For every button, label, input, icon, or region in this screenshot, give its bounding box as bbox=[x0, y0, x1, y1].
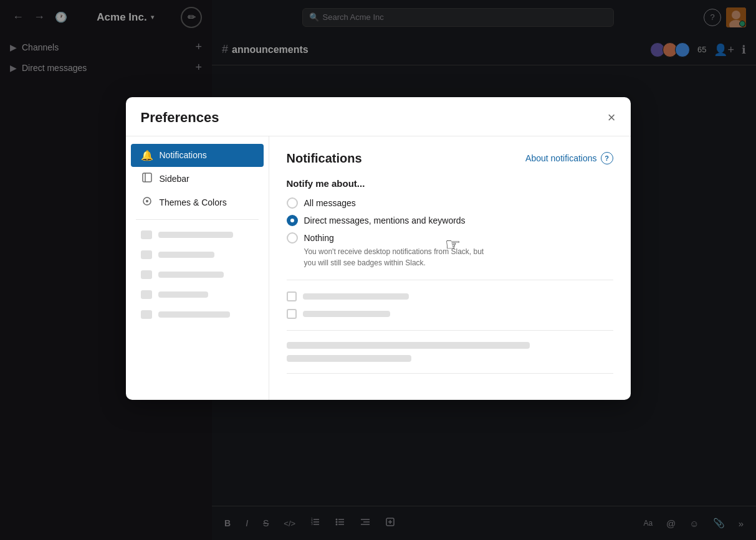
radio-dm-mentions[interactable]: Direct messages, mentions and keywords bbox=[287, 215, 613, 226]
modal-close-button[interactable]: × bbox=[608, 111, 616, 125]
pref-placeholder-1 bbox=[131, 225, 264, 245]
pref-item-themes[interactable]: Themes & Colors bbox=[131, 191, 264, 214]
radio-nothing-btn[interactable] bbox=[287, 232, 298, 244]
checkbox-label-placeholder-1 bbox=[303, 293, 409, 300]
bell-icon: 🔔 bbox=[141, 149, 153, 161]
pref-placeholder-4 bbox=[131, 285, 264, 305]
sidebar-icon bbox=[141, 173, 153, 185]
divider-1 bbox=[287, 280, 613, 280]
about-notifications-link[interactable]: About notifications ? bbox=[525, 152, 613, 164]
modal-title: Preferences bbox=[141, 110, 219, 126]
radio-all-messages[interactable]: All messages bbox=[287, 197, 613, 209]
pref-divider-1 bbox=[136, 219, 259, 220]
radio-all-btn[interactable] bbox=[287, 197, 298, 209]
checkbox-1[interactable] bbox=[287, 291, 297, 301]
pref-placeholder-2 bbox=[131, 245, 264, 265]
radio-nothing[interactable]: Nothing bbox=[287, 232, 613, 244]
preferences-sidebar: 🔔 Notifications Sidebar bbox=[126, 136, 269, 400]
preferences-content: Notifications About notifications ? Noti… bbox=[269, 136, 631, 400]
modal-header: Preferences × bbox=[126, 97, 631, 136]
nothing-description: You won't receive desktop notifications … bbox=[304, 246, 613, 268]
radio-dm-label: Direct messages, mentions and keywords bbox=[304, 216, 466, 225]
pref-themes-label: Themes & Colors bbox=[160, 197, 227, 207]
pref-placeholder-5 bbox=[131, 305, 264, 324]
content-placeholder-2 bbox=[287, 355, 411, 362]
content-header: Notifications About notifications ? bbox=[287, 151, 613, 166]
svg-rect-3 bbox=[143, 173, 151, 182]
pref-notifications-label: Notifications bbox=[160, 150, 207, 160]
pref-placeholder-3 bbox=[131, 265, 264, 285]
help-circle-icon: ? bbox=[601, 152, 613, 164]
radio-dm-btn[interactable] bbox=[287, 215, 298, 226]
notify-label: Notify me about... bbox=[287, 178, 613, 189]
checkbox-option-2[interactable] bbox=[287, 309, 613, 319]
divider-3 bbox=[287, 373, 613, 374]
checkbox-option-1[interactable] bbox=[287, 291, 613, 301]
pref-sidebar-label: Sidebar bbox=[160, 174, 189, 184]
radio-group-notify: All messages Direct messages, mentions a… bbox=[287, 197, 613, 244]
themes-icon bbox=[141, 196, 153, 209]
content-placeholder-1 bbox=[287, 342, 530, 349]
content-title: Notifications bbox=[287, 151, 362, 166]
pref-item-notifications[interactable]: 🔔 Notifications bbox=[131, 144, 264, 167]
checkbox-label-placeholder-2 bbox=[303, 311, 390, 317]
radio-all-label: All messages bbox=[304, 198, 356, 208]
checkbox-group bbox=[287, 291, 613, 319]
svg-point-6 bbox=[146, 200, 148, 202]
pref-item-sidebar[interactable]: Sidebar bbox=[131, 167, 264, 191]
content-placeholder-group bbox=[287, 342, 613, 362]
modal-body: 🔔 Notifications Sidebar bbox=[126, 136, 631, 400]
radio-nothing-label: Nothing bbox=[304, 233, 334, 243]
divider-2 bbox=[287, 330, 613, 331]
checkbox-2[interactable] bbox=[287, 309, 297, 319]
preferences-modal: Preferences × 🔔 Notifications Sidebar bbox=[126, 97, 631, 400]
